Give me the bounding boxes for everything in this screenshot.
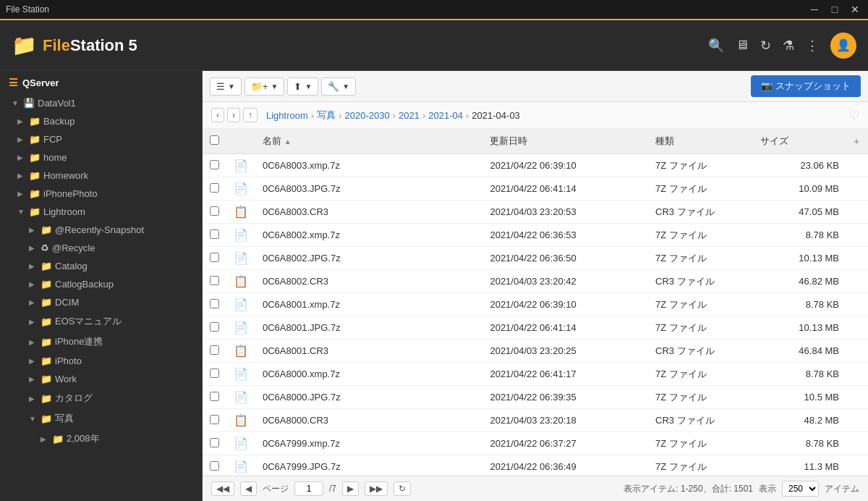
heart-icon[interactable]: ♡ bbox=[849, 109, 859, 122]
display-icon[interactable]: 🖥 bbox=[736, 38, 749, 53]
avatar[interactable]: 👤 bbox=[830, 33, 856, 59]
sidebar-item-backup[interactable]: ▶ 📁 Backup bbox=[17, 112, 202, 130]
table-row[interactable]: 📄 0C6A8002.xmp.7z 2021/04/22 06:36:53 7Z… bbox=[203, 224, 868, 247]
refresh-button[interactable]: ↻ bbox=[393, 481, 411, 496]
table-row[interactable]: 📄 0C6A7999.xmp.7z 2021/04/22 06:37:27 7Z… bbox=[203, 432, 868, 455]
file-name[interactable]: 0C6A8003.xmp.7z bbox=[255, 154, 482, 177]
table-row[interactable]: 📄 0C6A8002.JPG.7z 2021/04/22 06:36:50 7Z… bbox=[203, 247, 868, 270]
table-row[interactable]: 📋 0C6A8000.CR3 2021/04/03 23:20:18 CR3 フ… bbox=[203, 409, 868, 432]
add-column-icon[interactable]: + bbox=[854, 135, 859, 147]
sidebar-item-dcim[interactable]: ▶ 📁 DCIM bbox=[29, 293, 202, 311]
row-checkbox[interactable] bbox=[203, 224, 226, 247]
breadcrumb-link-photos[interactable]: 写真 bbox=[317, 109, 336, 122]
maximize-button[interactable]: □ bbox=[827, 4, 842, 15]
search-icon[interactable]: 🔍 bbox=[708, 38, 724, 54]
sidebar-item-lightroom[interactable]: ▼ 📁 Lightroom bbox=[17, 203, 202, 221]
row-checkbox[interactable] bbox=[203, 409, 226, 432]
name-header[interactable]: 名前 ▲ bbox=[255, 129, 482, 154]
file-name[interactable]: 0C6A8001.xmp.7z bbox=[255, 293, 482, 316]
breadcrumb-next-btn[interactable]: › bbox=[227, 108, 240, 122]
table-row[interactable]: 📋 0C6A8002.CR3 2021/04/03 23:20:42 CR3 フ… bbox=[203, 270, 868, 293]
table-row[interactable]: 📄 0C6A7999.JPG.7z 2021/04/22 06:36:49 7Z… bbox=[203, 455, 868, 476]
sidebar-item-iphoto[interactable]: ▶ 📁 iPhoto bbox=[29, 352, 202, 370]
table-row[interactable]: 📄 0C6A8001.xmp.7z 2021/04/22 06:39:10 7Z… bbox=[203, 293, 868, 316]
select-all-header[interactable] bbox=[203, 129, 226, 154]
type-header[interactable]: 種類 bbox=[648, 129, 753, 154]
file-name[interactable]: 0C6A8003.CR3 bbox=[255, 201, 482, 224]
file-name[interactable]: 0C6A7999.JPG.7z bbox=[255, 455, 482, 476]
prev-page-button[interactable]: ◀ bbox=[240, 481, 257, 496]
row-checkbox[interactable] bbox=[203, 340, 226, 363]
row-checkbox[interactable] bbox=[203, 432, 226, 455]
size-header[interactable]: サイズ bbox=[753, 129, 846, 154]
last-page-button[interactable]: ▶▶ bbox=[365, 481, 388, 496]
sidebar-item-homework[interactable]: ▶ 📁 Homework bbox=[17, 167, 202, 185]
table-row[interactable]: 📄 0C6A8000.JPG.7z 2021/04/22 06:39:35 7Z… bbox=[203, 386, 868, 409]
sidebar-item-eos-manual[interactable]: ▶ 📁 EOSマニュアル bbox=[29, 311, 202, 332]
table-row[interactable]: 📄 0C6A8003.xmp.7z 2021/04/22 06:39:10 7Z… bbox=[203, 154, 868, 177]
row-checkbox[interactable] bbox=[203, 386, 226, 409]
select-all-checkbox[interactable] bbox=[210, 135, 219, 145]
file-name[interactable]: 0C6A7999.xmp.7z bbox=[255, 432, 482, 455]
sidebar-item-work[interactable]: ▶ 📁 Work bbox=[29, 370, 202, 388]
breadcrumb-link-lightroom[interactable]: Lightroom bbox=[266, 110, 308, 121]
table-row[interactable]: 📋 0C6A8003.CR3 2021/04/03 23:20:53 CR3 フ… bbox=[203, 201, 868, 224]
sidebar-server[interactable]: ☰ QServer bbox=[0, 71, 202, 94]
file-name[interactable]: 0C6A8002.JPG.7z bbox=[255, 247, 482, 270]
more-icon[interactable]: ⋮ bbox=[806, 38, 819, 54]
sidebar-item-2008[interactable]: ▶ 📁 2,008年 bbox=[41, 429, 202, 449]
tools-button[interactable]: 🔧 ▼ bbox=[321, 77, 356, 96]
row-checkbox[interactable] bbox=[203, 316, 226, 340]
sidebar-item-photos[interactable]: ▼ 📁 写真 bbox=[29, 408, 202, 429]
sidebar-item-catalog[interactable]: ▶ 📁 Catalog bbox=[29, 257, 202, 275]
next-page-button[interactable]: ▶ bbox=[342, 481, 359, 496]
table-row[interactable]: 📄 0C6A8003.JPG.7z 2021/04/22 06:41:14 7Z… bbox=[203, 177, 868, 201]
table-row[interactable]: 📄 0C6A8001.JPG.7z 2021/04/22 06:41:14 7Z… bbox=[203, 316, 868, 340]
file-name[interactable]: 0C6A8002.CR3 bbox=[255, 270, 482, 293]
row-checkbox[interactable] bbox=[203, 247, 226, 270]
breadcrumb-link-2021-04[interactable]: 2021-04 bbox=[428, 110, 463, 121]
first-page-button[interactable]: ◀◀ bbox=[211, 481, 234, 496]
minimize-button[interactable]: ─ bbox=[807, 4, 822, 15]
row-checkbox[interactable] bbox=[203, 177, 226, 201]
sidebar-item-recycle[interactable]: ▶ ♻ @Recycle bbox=[29, 239, 202, 257]
per-page-select[interactable]: 250 100 50 bbox=[782, 481, 819, 497]
breadcrumb-link-2021[interactable]: 2021 bbox=[399, 110, 420, 121]
sidebar-item-recently-snapshot[interactable]: ▶ 📁 @Recently-Snapshot bbox=[29, 221, 202, 239]
file-name[interactable]: 0C6A8000.xmp.7z bbox=[255, 363, 482, 386]
row-checkbox[interactable] bbox=[203, 270, 226, 293]
table-row[interactable]: 📋 0C6A8001.CR3 2021/04/03 23:20:25 CR3 フ… bbox=[203, 340, 868, 363]
snapshot-button[interactable]: 📷 スナップショット bbox=[751, 75, 861, 97]
breadcrumb-link-2020-2030[interactable]: 2020-2030 bbox=[345, 110, 390, 121]
add-col-header[interactable]: + bbox=[846, 129, 868, 154]
new-folder-button[interactable]: 📁+ ▼ bbox=[244, 77, 285, 96]
breadcrumb-up-btn[interactable]: ↑ bbox=[243, 108, 258, 122]
file-table-container[interactable]: 名前 ▲ 更新日時 種類 サイズ + 📄 0C6A8003.xmp.7z 202… bbox=[203, 129, 868, 476]
sidebar-item-fcp[interactable]: ▶ 📁 FCP bbox=[17, 130, 202, 148]
sidebar-item-datavol1[interactable]: ▼ 💾 DataVol1 bbox=[6, 94, 202, 112]
upload-button[interactable]: ⬆ ▼ bbox=[287, 77, 318, 96]
sidebar-item-iphonephoto[interactable]: ▶ 📁 iPhonePhoto bbox=[17, 185, 202, 203]
sidebar-item-iphone-connect[interactable]: ▶ 📁 iPhone連携 bbox=[29, 332, 202, 352]
sidebar-item-catlogbackup[interactable]: ▶ 📁 CatlogBackup bbox=[29, 275, 202, 293]
table-row[interactable]: 📄 0C6A8000.xmp.7z 2021/04/22 06:41:17 7Z… bbox=[203, 363, 868, 386]
sidebar-item-home[interactable]: ▶ 📁 home bbox=[17, 148, 202, 167]
row-checkbox[interactable] bbox=[203, 154, 226, 177]
file-name[interactable]: 0C6A8003.JPG.7z bbox=[255, 177, 482, 201]
filter-icon[interactable]: ⚗ bbox=[783, 38, 794, 54]
date-header[interactable]: 更新日時 bbox=[482, 129, 648, 154]
breadcrumb-prev-btn[interactable]: ‹ bbox=[211, 108, 224, 122]
file-name[interactable]: 0C6A8001.CR3 bbox=[255, 340, 482, 363]
refresh-icon[interactable]: ↻ bbox=[760, 38, 771, 54]
row-checkbox[interactable] bbox=[203, 455, 226, 476]
file-name[interactable]: 0C6A8000.CR3 bbox=[255, 409, 482, 432]
page-input[interactable] bbox=[294, 481, 323, 496]
list-view-button[interactable]: ☰ ▼ bbox=[210, 77, 242, 96]
row-checkbox[interactable] bbox=[203, 201, 226, 224]
file-name[interactable]: 0C6A8000.JPG.7z bbox=[255, 386, 482, 409]
sidebar-item-catalog-jp[interactable]: ▶ 📁 カタログ bbox=[29, 388, 202, 408]
file-name[interactable]: 0C6A8001.JPG.7z bbox=[255, 316, 482, 340]
row-checkbox[interactable] bbox=[203, 363, 226, 386]
close-button[interactable]: ✕ bbox=[848, 4, 862, 15]
row-checkbox[interactable] bbox=[203, 293, 226, 316]
